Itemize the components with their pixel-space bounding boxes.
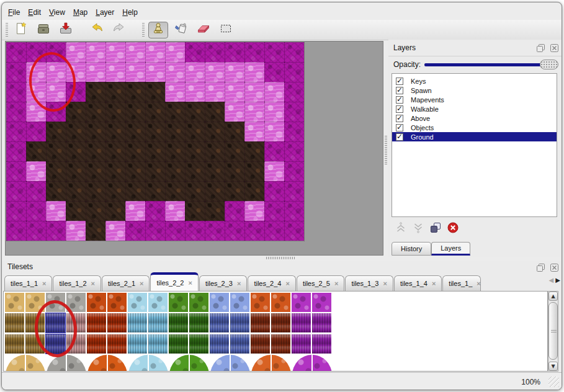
map-tile-dark-dirt[interactable] — [145, 122, 165, 141]
map-tile-pink-highlight[interactable] — [165, 42, 185, 62]
map-tile-magenta-ground[interactable] — [6, 141, 26, 161]
tileset-tab-tiles_1_1[interactable]: tiles_1_1× — [4, 275, 52, 291]
map-tile-magenta-ground[interactable] — [284, 42, 304, 62]
map-tile-pink-highlight[interactable] — [105, 62, 125, 82]
tileset-tab-tiles_2_2[interactable]: tiles_2_2× — [150, 272, 198, 291]
map-tile-dark-dirt[interactable] — [46, 122, 66, 141]
map-tile-dark-dirt[interactable] — [145, 161, 165, 181]
tileset-tile-tan[interactable] — [25, 334, 45, 354]
toolbar-drag-handle[interactable] — [6, 23, 8, 37]
tileset-tab-tiles_1_4[interactable]: tiles_1_4× — [394, 275, 442, 291]
vertical-splitter[interactable] — [384, 41, 388, 256]
tab-close-icon[interactable]: × — [42, 280, 46, 287]
tileset-tile-stone[interactable] — [66, 293, 86, 312]
map-tile-pink-highlight[interactable] — [264, 82, 284, 102]
stamp-tool-button[interactable] — [148, 22, 168, 38]
open-map-button[interactable] — [34, 22, 53, 38]
map-tile-magenta-ground[interactable] — [26, 122, 46, 141]
map-tile-pink-highlight[interactable] — [26, 82, 46, 102]
map-tile-pink-highlight[interactable] — [105, 221, 125, 241]
duplicate-layer-button[interactable] — [429, 222, 442, 236]
map-tile-magenta-ground[interactable] — [264, 181, 284, 201]
map-tile-magenta-ground[interactable] — [284, 82, 304, 102]
map-tile-dark-dirt[interactable] — [86, 161, 105, 181]
tileset-blob-tan[interactable] — [6, 355, 45, 372]
map-tile-dark-dirt[interactable] — [125, 82, 145, 102]
close-panel-icon[interactable] — [550, 43, 558, 55]
map-tile-dark-dirt[interactable] — [105, 82, 125, 102]
tileset-tile-crystal[interactable] — [230, 313, 249, 332]
map-tile-pink-highlight[interactable] — [264, 102, 284, 122]
map-tile-dark-dirt[interactable] — [185, 141, 205, 161]
map-tile-dark-dirt[interactable] — [86, 122, 105, 141]
map-tile-dark-dirt[interactable] — [145, 181, 165, 201]
map-tile-dark-dirt[interactable] — [125, 181, 145, 201]
map-tile-dark-dirt[interactable] — [125, 141, 145, 161]
map-tile-dark-dirt[interactable] — [145, 141, 165, 161]
map-tile-magenta-ground[interactable] — [244, 221, 264, 241]
map-tile-dark-dirt[interactable] — [165, 181, 185, 201]
delete-layer-button[interactable] — [446, 222, 460, 236]
map-tile-dark-dirt[interactable] — [205, 141, 225, 161]
tileset-tile-ice[interactable] — [148, 293, 168, 312]
opacity-slider[interactable] — [424, 63, 555, 66]
tileset-tile-ice[interactable] — [128, 334, 147, 354]
map-tile-dark-dirt[interactable] — [205, 102, 225, 122]
map-tile-magenta-ground[interactable] — [145, 201, 165, 221]
tileset-tile-violet[interactable] — [292, 313, 311, 332]
map-tile-dark-dirt[interactable] — [145, 102, 165, 122]
map-tile-pink-highlight[interactable] — [46, 82, 66, 102]
map-tile-pink-highlight[interactable] — [145, 42, 165, 62]
layer-row-keys[interactable]: ✓Keys — [392, 76, 557, 86]
layer-row-objects[interactable]: ✓Objects — [392, 123, 557, 132]
map-tile-dark-dirt[interactable] — [66, 201, 86, 221]
map-tile-magenta-ground[interactable] — [26, 201, 46, 221]
map-tile-dark-dirt[interactable] — [205, 181, 225, 201]
map-tile-magenta-ground[interactable] — [6, 122, 26, 141]
layer-row-mapevents[interactable]: ✓Mapevents — [392, 95, 557, 104]
map-tile-pink-highlight[interactable] — [225, 102, 244, 122]
panel-tab-history[interactable]: History — [392, 242, 431, 256]
opacity-slider-handle[interactable] — [540, 60, 558, 69]
map-tile-pink-highlight[interactable] — [165, 62, 185, 82]
tileset-tile-ember[interactable] — [251, 334, 270, 354]
tileset-blob-ember[interactable] — [251, 355, 291, 372]
map-tile-magenta-ground[interactable] — [6, 181, 26, 201]
map-tile-magenta-ground[interactable] — [284, 181, 304, 201]
tileset-tile-tan[interactable] — [25, 293, 45, 312]
map-tile-pink-highlight[interactable] — [165, 201, 185, 221]
map-tile-dark-dirt[interactable] — [66, 161, 86, 181]
map-tile-magenta-ground[interactable] — [6, 62, 26, 82]
close-panel-icon[interactable] — [550, 263, 558, 274]
map-tile-pink-highlight[interactable] — [205, 82, 225, 102]
map-tile-pink-highlight[interactable] — [105, 42, 125, 62]
tileset-tile-ember[interactable] — [271, 293, 290, 312]
map-tile-dark-dirt[interactable] — [205, 201, 225, 221]
map-tile-dark-dirt[interactable] — [225, 141, 244, 161]
menu-item-edit[interactable]: Edit — [27, 7, 42, 18]
tileset-tile-lava[interactable] — [87, 293, 106, 312]
tileset-tab-tiles_1_2[interactable]: tiles_1_2× — [53, 275, 101, 291]
tab-close-icon[interactable]: × — [237, 280, 241, 287]
map-tile-dark-dirt[interactable] — [66, 141, 86, 161]
tileset-tile-ember[interactable] — [251, 313, 270, 332]
map-tile-dark-dirt[interactable] — [105, 102, 125, 122]
tileset-tile-crystal[interactable] — [210, 313, 229, 332]
map-tile-magenta-ground[interactable] — [185, 221, 205, 241]
layer-row-spawn[interactable]: ✓Spawn — [392, 86, 557, 95]
map-tile-magenta-ground[interactable] — [145, 221, 165, 241]
map-canvas[interactable] — [5, 41, 383, 256]
tileset-tab-tiles_2_5[interactable]: tiles_2_5× — [297, 275, 344, 291]
map-tile-dark-dirt[interactable] — [105, 181, 125, 201]
layer-visibility-checkbox[interactable]: ✓ — [396, 124, 403, 131]
map-tile-magenta-ground[interactable] — [264, 141, 284, 161]
map-tile-dark-dirt[interactable] — [225, 122, 244, 141]
map-tile-pink-highlight[interactable] — [125, 42, 145, 62]
tileset-tile-tan[interactable] — [5, 313, 24, 332]
layer-visibility-checkbox[interactable]: ✓ — [396, 96, 403, 104]
layer-visibility-checkbox[interactable]: ✓ — [396, 87, 403, 94]
tileset-tile-moss[interactable] — [169, 293, 188, 312]
tab-close-icon[interactable]: × — [189, 279, 192, 287]
map-tile-dark-dirt[interactable] — [46, 161, 66, 181]
tab-close-icon[interactable]: × — [477, 280, 480, 287]
